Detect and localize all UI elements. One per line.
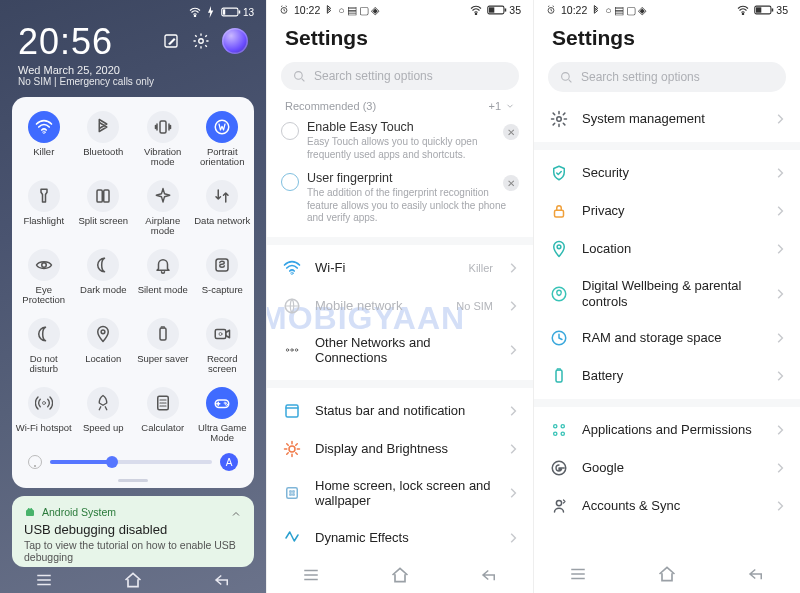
close-icon[interactable]: ✕ (503, 175, 519, 191)
search-input[interactable]: Search setting options (281, 62, 519, 90)
chevron-right-icon (776, 205, 784, 217)
svg-rect-30 (489, 7, 494, 12)
brightness-track[interactable] (50, 460, 212, 464)
bluetooth-icon (592, 5, 600, 16)
svg-rect-9 (97, 190, 102, 202)
nav-home-icon[interactable] (390, 565, 410, 585)
gear-icon[interactable] (192, 32, 210, 50)
nav-back-icon[interactable] (479, 565, 499, 585)
qs-tile-game[interactable]: Ultra Game Mode (193, 383, 253, 448)
svg-point-35 (291, 349, 293, 351)
game-icon (206, 387, 238, 419)
qs-tile-label: Killer (33, 147, 54, 157)
settings-row-gear[interactable]: System management (534, 100, 800, 138)
charging-icon (207, 6, 215, 18)
row-label: Digital Wellbeing & parental controls (582, 278, 762, 309)
status-bar: 10:22 ○▤▢◈ 35 (267, 0, 533, 16)
settings-row-ram[interactable]: RAM and storage space (534, 319, 800, 357)
settings-row-globe[interactable]: Mobile networkNo SIM (267, 287, 533, 325)
battery-percent: 13 (243, 7, 254, 18)
qs-tile-label: Wi-Fi hotspot (16, 423, 72, 433)
notification-subtitle: Tap to view the tutorial on how to enabl… (24, 539, 242, 563)
qs-tile-flashlight[interactable]: Flashlight (14, 176, 74, 241)
qs-tile-wifi[interactable]: Killer (14, 107, 74, 172)
settings-row-battery[interactable]: Battery (534, 357, 800, 395)
edit-icon[interactable] (162, 32, 180, 50)
nav-back-icon[interactable] (746, 564, 766, 584)
qs-tile-scapture[interactable]: S-capture (193, 245, 253, 310)
svg-rect-23 (26, 510, 34, 516)
row-label: Wi-Fi (315, 260, 455, 276)
wifi-icon (28, 111, 60, 143)
settings-row-lock[interactable]: Privacy (534, 192, 800, 230)
battery-icon (147, 318, 179, 350)
split-icon (87, 180, 119, 212)
close-icon[interactable]: ✕ (503, 124, 519, 140)
settings-row-wifi[interactable]: Wi-FiKiller (267, 249, 533, 287)
svg-point-27 (476, 13, 477, 14)
chevron-right-icon (776, 500, 784, 512)
chevron-up-icon[interactable] (228, 506, 244, 522)
settings-row-dots[interactable]: Other Networks and Connections (267, 325, 533, 376)
qs-tile-data[interactable]: Data network (193, 176, 253, 241)
qs-tile-bluetooth[interactable]: Bluetooth (74, 107, 134, 172)
qs-tile-calc[interactable]: Calculator (133, 383, 193, 448)
recommended-item[interactable]: User fingerprintThe addition of the fing… (267, 169, 533, 233)
brightness-slider[interactable]: A (14, 447, 252, 473)
settings-row-pin[interactable]: Location (534, 230, 800, 268)
settings-row-shield[interactable]: Security (534, 154, 800, 192)
settings-row-statusbar[interactable]: Status bar and notification (267, 392, 533, 430)
settings-row-google[interactable]: Google (534, 449, 800, 487)
nav-home-icon[interactable] (657, 564, 677, 584)
qs-tile-split[interactable]: Split screen (74, 176, 134, 241)
svg-rect-47 (555, 210, 564, 217)
qs-tile-vibrate[interactable]: Vibration mode (133, 107, 193, 172)
jovi-orb-icon[interactable] (222, 28, 248, 54)
svg-point-49 (552, 287, 566, 301)
qs-tile-battery[interactable]: Super saver (133, 314, 193, 379)
settings-row-home[interactable]: Home screen, lock screen and wallpaper (267, 468, 533, 519)
row-label: System management (582, 111, 762, 127)
dnd-icon (28, 318, 60, 350)
search-placeholder: Search setting options (314, 69, 433, 83)
qs-tile-label: Calculator (141, 423, 184, 433)
wellbeing-icon (550, 285, 568, 303)
qs-tile-bell[interactable]: Silent mode (133, 245, 193, 310)
recommended-header[interactable]: Recommended (3) +1 (267, 98, 533, 118)
qs-tile-record[interactable]: Record screen (193, 314, 253, 379)
svg-rect-16 (216, 329, 227, 338)
qs-tile-label: Eye Protection (15, 285, 73, 306)
svg-rect-37 (286, 405, 298, 417)
settings-row-brightness[interactable]: Display and Brightness (267, 430, 533, 468)
qs-tile-dnd[interactable]: Do not disturb (14, 314, 74, 379)
svg-point-5 (199, 39, 204, 44)
notification-card[interactable]: Android System USB debugging disabled Ta… (12, 496, 254, 567)
qs-tile-portrait[interactable]: Portrait orientation (193, 107, 253, 172)
flashlight-icon (28, 180, 60, 212)
qs-tile-dark[interactable]: Dark mode (74, 245, 134, 310)
qs-tile-airplane[interactable]: Airplane mode (133, 176, 193, 241)
settings-row-dynamic[interactable]: Dynamic Effects (267, 519, 533, 557)
settings-row-wellbeing[interactable]: Digital Wellbeing & parental controls (534, 268, 800, 319)
nav-back-icon[interactable] (212, 570, 232, 590)
qs-tile-rocket[interactable]: Speed up (74, 383, 134, 448)
nav-recent-icon[interactable] (301, 565, 321, 585)
qs-tile-hotspot[interactable]: Wi-Fi hotspot (14, 383, 74, 448)
nav-recent-icon[interactable] (34, 570, 54, 590)
recommended-item[interactable]: Enable Easy TouchEasy Touch allows you t… (267, 118, 533, 169)
panel-grip[interactable] (118, 479, 148, 482)
row-label: Location (582, 241, 762, 257)
settings-row-apps[interactable]: Applications and Permissions (534, 411, 800, 449)
nav-recent-icon[interactable] (568, 564, 588, 584)
chevron-right-icon (509, 532, 517, 544)
qs-tile-location[interactable]: Location (74, 314, 134, 379)
status-bar: 10:22 ○▤▢◈ 35 (534, 0, 800, 16)
nav-home-icon[interactable] (123, 570, 143, 590)
reco-subtitle: The addition of the fingerprint recognit… (307, 187, 515, 225)
qs-tile-eye[interactable]: Eye Protection (14, 245, 74, 310)
reco-subtitle: Easy Touch allows you to quickly open fr… (307, 136, 515, 161)
settings-row-sync[interactable]: Accounts & Sync (534, 487, 800, 525)
auto-brightness-toggle[interactable]: A (220, 453, 238, 471)
svg-point-38 (289, 446, 295, 452)
search-input[interactable]: Search setting options (548, 62, 786, 92)
